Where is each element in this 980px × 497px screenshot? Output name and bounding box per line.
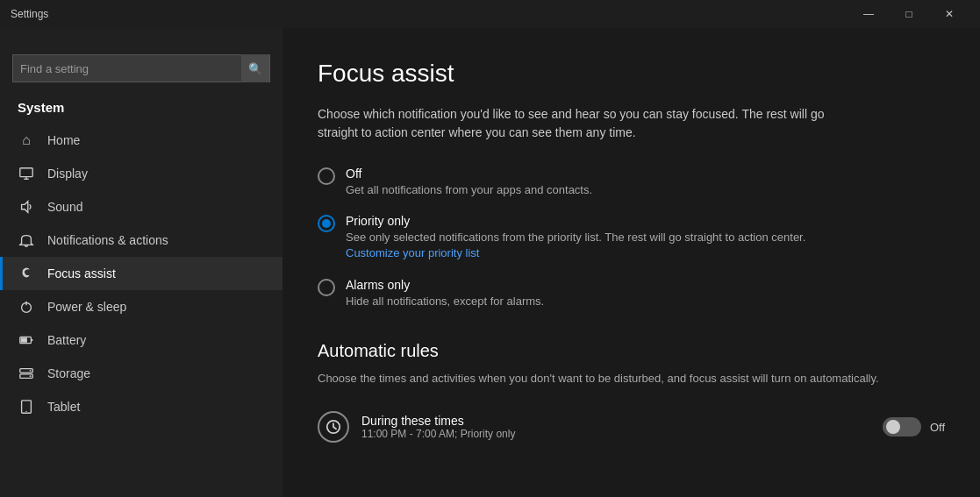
radio-alarms-desc: Hide all notifications, except for alarm… [346, 294, 544, 309]
sidebar-header [0, 28, 283, 54]
sidebar-item-notifications[interactable]: Notifications & actions [0, 224, 283, 257]
sidebar-item-storage[interactable]: Storage [0, 357, 283, 390]
rule-title: During these times [361, 414, 515, 428]
focus-icon [18, 266, 35, 281]
page-title: Focus assist [318, 60, 945, 88]
sidebar-item-power[interactable]: Power & sleep [0, 290, 283, 323]
svg-point-14 [25, 411, 26, 412]
home-icon: ⌂ [18, 132, 35, 148]
toggle-state-label: Off [930, 421, 945, 434]
svg-rect-8 [21, 337, 27, 342]
rule-text: During these times 11:00 PM - 7:00 AM; P… [361, 414, 515, 440]
radio-alarms-content: Alarms only Hide all notifications, exce… [346, 278, 544, 309]
search-input[interactable] [13, 62, 241, 75]
maximize-button[interactable]: □ [889, 0, 929, 28]
radio-off-circle[interactable] [318, 167, 335, 185]
titlebar: Settings — □ ✕ [0, 0, 980, 28]
customize-priority-link[interactable]: Customize your priority list [346, 246, 479, 259]
sidebar-item-battery[interactable]: Battery [0, 323, 283, 357]
sidebar-item-label: Sound [47, 200, 82, 214]
svg-marker-3 [22, 202, 28, 213]
radio-off-desc: Get all notifications from your apps and… [346, 182, 592, 198]
radio-item-alarms[interactable]: Alarms only Hide all notifications, exce… [318, 278, 945, 309]
sidebar-item-display[interactable]: Display [0, 157, 283, 190]
minimize-button[interactable]: — [848, 0, 889, 28]
radio-alarms-circle[interactable] [318, 279, 335, 296]
radio-priority-label: Priority only [346, 214, 805, 228]
during-times-toggle[interactable] [883, 417, 921, 437]
rule-subtitle: 11:00 PM - 7:00 AM; Priority only [361, 428, 515, 440]
radio-off-label: Off [346, 167, 592, 181]
tablet-icon [18, 399, 35, 415]
sidebar-item-label: Notifications & actions [47, 233, 168, 247]
svg-point-11 [30, 370, 32, 372]
sidebar-item-home[interactable]: ⌂ Home [0, 124, 283, 157]
radio-priority-circle[interactable] [318, 215, 335, 232]
svg-point-12 [30, 375, 32, 377]
display-icon [18, 166, 35, 181]
app-title: Settings [11, 8, 48, 20]
radio-priority-content: Priority only See only selected notifica… [346, 214, 805, 261]
svg-rect-0 [20, 168, 32, 177]
radio-off-content: Off Get all notifications from your apps… [346, 167, 592, 198]
automatic-rules-desc: Choose the times and activities when you… [318, 370, 945, 387]
search-box: 🔍 [12, 54, 270, 82]
sidebar-item-label: Storage [47, 366, 90, 380]
rule-toggle-area: Off [883, 417, 945, 437]
battery-icon [18, 332, 35, 348]
storage-icon [18, 366, 35, 381]
sidebar-item-label: Power & sleep [47, 300, 126, 314]
clock-icon [318, 411, 349, 443]
sidebar-item-label: Tablet [47, 400, 80, 414]
page-description: Choose which notification you'd like to … [318, 105, 844, 142]
sound-icon [18, 199, 35, 215]
sidebar: 🔍 System ⌂ Home Display [0, 28, 283, 497]
sidebar-item-sound[interactable]: Sound [0, 190, 283, 224]
radio-priority-desc: See only selected notifications from the… [346, 230, 805, 261]
system-label: System [0, 95, 283, 120]
radio-item-priority[interactable]: Priority only See only selected notifica… [318, 214, 945, 261]
radio-item-off[interactable]: Off Get all notifications from your apps… [318, 167, 945, 198]
power-icon [18, 299, 35, 315]
sidebar-item-label: Battery [47, 333, 86, 347]
radio-group: Off Get all notifications from your apps… [318, 167, 945, 309]
sidebar-item-label: Home [47, 133, 80, 147]
sidebar-item-focus[interactable]: Focus assist [0, 257, 283, 290]
app-body: 🔍 System ⌂ Home Display [0, 28, 980, 497]
notifications-icon [18, 232, 35, 248]
automatic-rules-title: Automatic rules [318, 341, 945, 361]
sidebar-item-label: Focus assist [47, 266, 116, 280]
rule-row-times: During these times 11:00 PM - 7:00 AM; P… [318, 404, 945, 450]
sidebar-item-label: Display [47, 167, 88, 181]
window-controls: — □ ✕ [848, 0, 969, 28]
toggle-knob [886, 420, 900, 434]
radio-alarms-label: Alarms only [346, 278, 544, 292]
automatic-rules-section: Automatic rules Choose the times and act… [318, 341, 945, 451]
search-button[interactable]: 🔍 [241, 54, 269, 82]
sidebar-item-tablet[interactable]: Tablet [0, 390, 283, 423]
close-button[interactable]: ✕ [929, 0, 969, 28]
main-content: Focus assist Choose which notification y… [283, 28, 980, 497]
